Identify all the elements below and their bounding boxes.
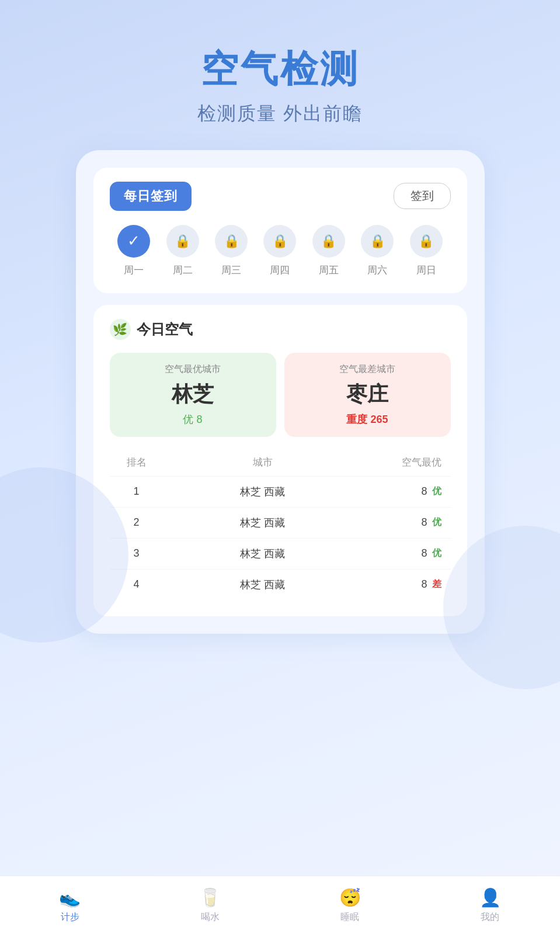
row3-city: 林芝 西藏 [154, 547, 371, 561]
day-label-thu: 周四 [270, 263, 290, 277]
leaf-icon: 🌿 [113, 322, 127, 336]
day-circle-wed: 🔒 [215, 225, 248, 258]
row1-value: 8 [421, 485, 427, 498]
air-icon: 🌿 [110, 319, 131, 340]
best-city: 林芝 [119, 380, 267, 409]
day-circle-fri: 🔒 [312, 225, 345, 258]
day-circle-thu: 🔒 [263, 225, 296, 258]
lock-icon-sun: 🔒 [418, 234, 434, 249]
day-label-wed: 周三 [221, 263, 241, 277]
row1-rank: 1 [119, 485, 154, 498]
profile-label: 我的 [481, 911, 499, 923]
lock-icon-fri: 🔒 [321, 234, 336, 249]
nav-item-sleep[interactable]: 😴 睡眠 [339, 887, 361, 923]
checkmark-icon: ✓ [127, 232, 140, 250]
col-header-air: 空气最优 [371, 456, 441, 469]
checkin-days: ✓ 周一 🔒 周二 🔒 周三 🔒 周四 [110, 225, 451, 277]
nav-item-profile[interactable]: 👤 我的 [479, 887, 501, 923]
day-item-tue: 🔒 周二 [166, 225, 199, 277]
day-label-sat: 周六 [367, 263, 387, 277]
row2-tag: 优 [432, 516, 441, 529]
air-highlights: 空气最优城市 林芝 优 8 空气最差城市 枣庄 重度 265 [110, 353, 451, 437]
row2-city: 林芝 西藏 [154, 516, 371, 530]
best-city-box: 空气最优城市 林芝 优 8 [110, 353, 276, 437]
day-circle-sun: 🔒 [410, 225, 443, 258]
nav-item-steps[interactable]: 👟 计步 [59, 887, 81, 923]
air-table: 排名 城市 空气最优 1 林芝 西藏 8 优 2 林芝 西藏 8 优 [110, 451, 451, 600]
day-item-mon: ✓ 周一 [117, 225, 150, 277]
air-title: 今日空气 [137, 320, 193, 339]
day-item-sat: 🔒 周六 [361, 225, 394, 277]
col-header-city: 城市 [154, 456, 371, 469]
day-label-sun: 周日 [416, 263, 436, 277]
row1-city: 林芝 西藏 [154, 485, 371, 499]
day-circle-mon: ✓ [117, 225, 150, 258]
day-item-thu: 🔒 周四 [263, 225, 296, 277]
worst-city: 枣庄 [294, 380, 441, 409]
day-item-fri: 🔒 周五 [312, 225, 345, 277]
page-title: 空气检测 [0, 47, 560, 92]
row2-rank: 2 [119, 516, 154, 529]
day-circle-tue: 🔒 [166, 225, 199, 258]
checkin-card: 每日签到 签到 ✓ 周一 🔒 周二 🔒 周三 [93, 168, 467, 293]
table-header: 排名 城市 空气最优 [110, 451, 451, 474]
lock-icon-tue: 🔒 [175, 234, 190, 249]
row4-air: 8 差 [371, 578, 441, 591]
bottom-nav: 👟 计步 🥛 喝水 😴 睡眠 👤 我的 [0, 876, 560, 934]
row3-tag: 优 [432, 547, 441, 560]
row1-air: 8 优 [371, 485, 441, 498]
page-subtitle: 检测质量 外出前瞻 [0, 101, 560, 127]
sleep-icon: 😴 [339, 887, 361, 908]
water-label: 喝水 [201, 911, 220, 923]
best-label: 空气最优城市 [119, 363, 267, 376]
row3-value: 8 [421, 547, 427, 560]
row4-value: 8 [421, 578, 427, 591]
worst-label: 空气最差城市 [294, 363, 441, 376]
day-label-tue: 周二 [173, 263, 193, 277]
row2-value: 8 [421, 516, 427, 529]
air-card: 🌿 今日空气 空气最优城市 林芝 优 8 空气最差城市 枣庄 重度 265 排名… [93, 305, 467, 616]
lock-icon-thu: 🔒 [272, 234, 288, 249]
table-row: 2 林芝 西藏 8 优 [110, 507, 451, 538]
table-row: 4 林芝 西藏 8 差 [110, 569, 451, 600]
row2-air: 8 优 [371, 516, 441, 529]
main-card: 每日签到 签到 ✓ 周一 🔒 周二 🔒 周三 [76, 150, 485, 634]
row3-air: 8 优 [371, 547, 441, 560]
day-item-sun: 🔒 周日 [410, 225, 443, 277]
nav-item-water[interactable]: 🥛 喝水 [199, 887, 221, 923]
col-header-rank: 排名 [119, 456, 154, 469]
worst-city-box: 空气最差城市 枣庄 重度 265 [284, 353, 451, 437]
air-header: 🌿 今日空气 [110, 319, 451, 340]
checkin-button[interactable]: 签到 [394, 183, 451, 209]
water-icon: 🥛 [199, 887, 221, 908]
worst-status: 重度 265 [294, 412, 441, 426]
profile-icon: 👤 [479, 887, 501, 908]
day-item-wed: 🔒 周三 [215, 225, 248, 277]
day-circle-sat: 🔒 [361, 225, 394, 258]
row4-city: 林芝 西藏 [154, 578, 371, 592]
row1-tag: 优 [432, 485, 441, 498]
header: 空气检测 检测质量 外出前瞻 [0, 0, 560, 150]
day-label-fri: 周五 [319, 263, 339, 277]
checkin-title: 每日签到 [110, 182, 192, 211]
sleep-label: 睡眠 [340, 911, 359, 923]
best-status: 优 8 [119, 412, 267, 426]
steps-label: 计步 [61, 911, 79, 923]
row4-tag: 差 [432, 578, 441, 591]
table-row: 1 林芝 西藏 8 优 [110, 476, 451, 507]
lock-icon-sat: 🔒 [370, 234, 385, 249]
steps-icon: 👟 [59, 887, 81, 908]
checkin-header: 每日签到 签到 [110, 182, 451, 211]
day-label-mon: 周一 [124, 263, 144, 277]
lock-icon-wed: 🔒 [224, 234, 239, 249]
table-row: 3 林芝 西藏 8 优 [110, 538, 451, 569]
